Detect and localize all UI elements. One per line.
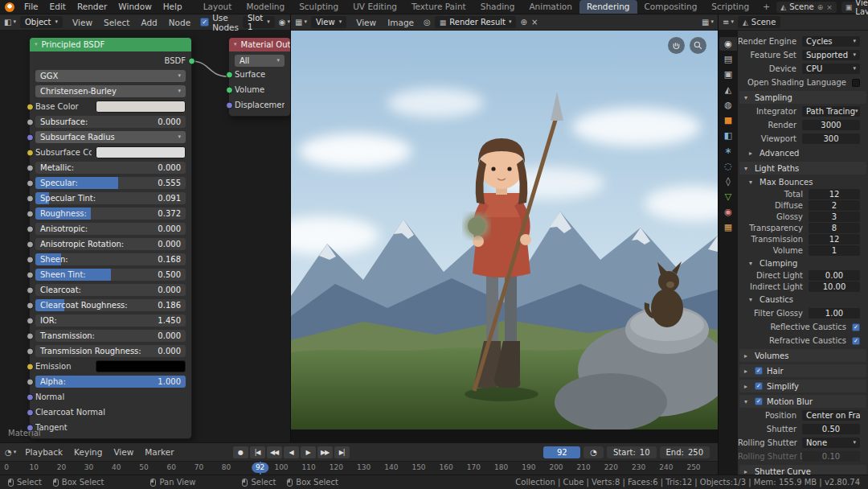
- transport-record-button[interactable]: ●: [233, 446, 248, 458]
- input-socket-clearcoat-roughness[interactable]: [27, 302, 34, 309]
- node-field-specular-tint[interactable]: Specular Tint:0.091: [35, 192, 186, 204]
- image-mode-dropdown[interactable]: View ▾: [311, 16, 346, 28]
- input-socket-normal[interactable]: [27, 393, 34, 401]
- display-channels-button[interactable]: ▦ ▾: [702, 18, 714, 27]
- properties-editor-type-icon[interactable]: ≡ ▾: [723, 18, 734, 27]
- shader-menu-node[interactable]: Node: [163, 14, 196, 31]
- input-socket-emission[interactable]: [27, 363, 34, 370]
- section-header-advanced[interactable]: ▸Advanced: [744, 146, 868, 159]
- shader-menu-add[interactable]: Add: [135, 14, 162, 31]
- view-layer-selector[interactable]: ▣ View Layer ⊕ ×: [841, 2, 868, 13]
- frame-end-field[interactable]: End: 250: [660, 446, 710, 458]
- image-menu-image[interactable]: Image: [382, 14, 420, 31]
- node-field-transmission[interactable]: Transmission:0.000: [35, 330, 186, 342]
- scene-unlink-icon[interactable]: ×: [826, 3, 833, 11]
- field-transmission[interactable]: 12: [809, 234, 860, 244]
- checkbox-open-shading-language[interactable]: [852, 79, 860, 87]
- collapse-arrow-icon[interactable]: ▾: [35, 42, 38, 47]
- node-field-transmission-roughness[interactable]: Transmission Roughness:0.000: [35, 345, 186, 357]
- checkbox-hair[interactable]: ✓: [755, 367, 763, 375]
- image-menu-view[interactable]: View: [350, 14, 382, 31]
- shader-menu-select[interactable]: Select: [98, 14, 135, 31]
- scene-selector[interactable]: ◭ Scene ⊕ ×: [776, 2, 837, 13]
- input-socket-specular[interactable]: [27, 179, 34, 187]
- scene-new-icon[interactable]: ⊕: [817, 3, 824, 11]
- field-shutter[interactable]: 0.50: [802, 424, 860, 434]
- node-field-ggx[interactable]: GGX▾: [35, 70, 186, 82]
- input-socket-sheen[interactable]: [27, 256, 34, 263]
- collapse-arrow-icon[interactable]: ▾: [234, 42, 237, 47]
- properties-tab-world[interactable]: ◍: [719, 98, 737, 112]
- workspace-tab-uv-editing[interactable]: UV Editing: [346, 0, 404, 14]
- shader-node-canvas[interactable]: ▾ Principled BSDF BSDF GGX▾Christensen-B…: [0, 31, 290, 442]
- checkbox-reflective-caustics[interactable]: ✓: [852, 323, 860, 331]
- material-output-header[interactable]: ▾ Material Output: [229, 38, 290, 51]
- field-rolling-shutter-dur[interactable]: 0.10: [802, 451, 860, 462]
- properties-tab-scene[interactable]: ◭: [719, 83, 737, 97]
- node-field-ior[interactable]: IOR:1.450: [35, 314, 186, 327]
- field-total[interactable]: 12: [809, 189, 860, 199]
- field-filter-glossy[interactable]: 1.00: [809, 308, 860, 318]
- node-field-clearcoat-roughness[interactable]: Clearcoat Roughness:0.186: [35, 299, 186, 311]
- transport-play-reverse-button[interactable]: ◀: [284, 446, 299, 458]
- transport-jump-to-end-button[interactable]: ▶|: [334, 446, 350, 458]
- matout-target-dropdown[interactable]: All ▾: [235, 55, 285, 67]
- properties-tab-particles[interactable]: ∗: [719, 144, 737, 158]
- input-socket-specular-tint[interactable]: [27, 195, 34, 202]
- input-socket-alpha[interactable]: [27, 378, 34, 385]
- workspace-tab-layout[interactable]: Layout: [196, 0, 240, 14]
- workspace-tab-modeling[interactable]: Modeling: [239, 0, 292, 14]
- node-field-roughness[interactable]: Roughness:0.372: [35, 208, 186, 220]
- shader-menu-view[interactable]: View: [67, 14, 98, 31]
- properties-tab-render[interactable]: ◉: [719, 37, 737, 51]
- menu-render[interactable]: Render: [72, 0, 113, 14]
- properties-breadcrumb[interactable]: ◭ Scene: [738, 16, 780, 28]
- material-browse-button[interactable]: ◉ ▾: [279, 18, 290, 27]
- transport-play-button[interactable]: ▶: [301, 446, 316, 458]
- input-socket-roughness[interactable]: [27, 210, 34, 217]
- input-socket-tangent[interactable]: [27, 424, 34, 431]
- section-header-caustics[interactable]: ▾Caustics: [744, 293, 868, 306]
- section-header-max-bounces[interactable]: ▾Max Bounces: [744, 175, 868, 188]
- field-render[interactable]: 3000: [802, 120, 860, 130]
- input-socket-transmission-roughness[interactable]: [27, 347, 34, 355]
- node-color-emission[interactable]: [96, 360, 186, 372]
- input-socket-transmission[interactable]: [27, 332, 34, 339]
- properties-tab-view-layer[interactable]: ▣: [719, 68, 737, 81]
- field-volume[interactable]: 1: [809, 245, 860, 256]
- section-header-hair[interactable]: ▸✓Hair: [739, 364, 866, 377]
- input-socket-base-color[interactable]: [27, 103, 34, 110]
- timeline-editor-type-icon[interactable]: ◔ ▾: [5, 448, 16, 457]
- menu-file[interactable]: File: [18, 0, 44, 14]
- timeline-menu-keying[interactable]: Keying: [68, 444, 108, 460]
- node-field-anisotropic-rotation[interactable]: Anisotropic Rotation:0.000: [35, 238, 186, 250]
- add-workspace-button[interactable]: +: [756, 0, 776, 14]
- field-integrator[interactable]: Path Tracing▾: [802, 106, 860, 117]
- workspace-tab-texture-paint[interactable]: Texture Paint: [404, 0, 473, 14]
- shader-editor-type-icon[interactable]: ◧ ▾: [4, 18, 16, 27]
- principled-bsdf-node[interactable]: ▾ Principled BSDF BSDF GGX▾Christensen-B…: [29, 37, 192, 439]
- node-field-subsurface[interactable]: Subsurface:0.000: [35, 116, 186, 128]
- field-device[interactable]: CPU▾: [802, 64, 860, 74]
- pan-icon[interactable]: [668, 37, 685, 54]
- workspace-tab-sculpting[interactable]: Sculpting: [292, 0, 346, 14]
- node-field-alpha[interactable]: Alpha:1.000: [35, 376, 186, 388]
- node-field-anisotropic[interactable]: Anisotropic:0.000: [35, 223, 186, 235]
- image-editor-type-icon[interactable]: ▦ ▾: [295, 18, 307, 27]
- input-socket-anisotropic[interactable]: [27, 225, 34, 232]
- input-socket-subsurface-radius[interactable]: [27, 134, 34, 141]
- bsdf-output-socket[interactable]: [188, 57, 195, 64]
- menu-window[interactable]: Window: [113, 0, 157, 14]
- transport-previous-keyframe-button[interactable]: ◀◀: [267, 446, 282, 458]
- current-frame-field[interactable]: 92: [543, 446, 580, 458]
- new-image-button[interactable]: ⊕: [520, 18, 526, 27]
- input-socket-metallic[interactable]: [27, 164, 34, 171]
- menu-help[interactable]: Help: [158, 0, 188, 14]
- input-socket-displacement[interactable]: [226, 101, 233, 109]
- workspace-tab-rendering[interactable]: Rendering: [579, 0, 637, 14]
- input-socket-clearcoat-normal[interactable]: [27, 409, 34, 416]
- image-canvas[interactable]: [291, 31, 718, 442]
- node-color-subsurface-color[interactable]: [96, 146, 186, 158]
- field-rolling-shutter[interactable]: None▾: [802, 438, 860, 448]
- node-field-sheen[interactable]: Sheen:0.168: [35, 253, 186, 265]
